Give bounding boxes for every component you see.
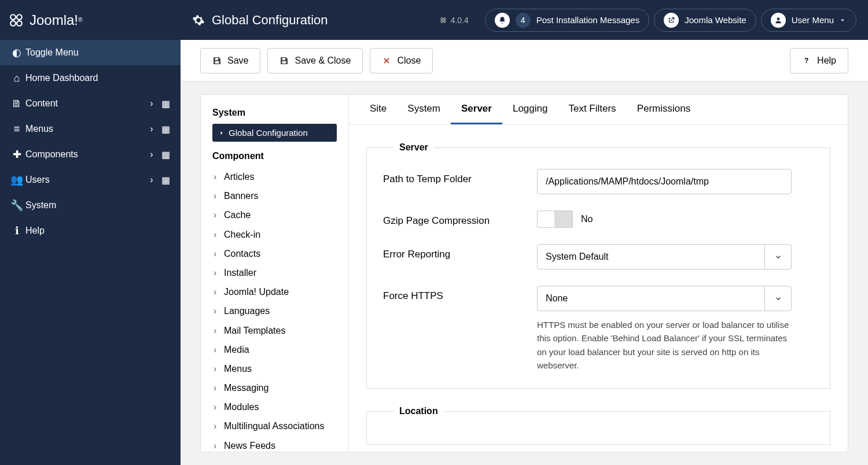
tree-item-messaging[interactable]: ›Messaging — [212, 378, 337, 397]
chevron-right-icon: › — [214, 325, 224, 336]
system-heading: System — [212, 108, 337, 118]
help-button[interactable]: ?Help — [790, 48, 848, 73]
left-tree: System Global Configuration Component ›A… — [201, 95, 349, 452]
toggle-menu[interactable]: ◐ Toggle Menu — [0, 40, 181, 65]
server-fieldset: Server Path to Temp Folder Gzip Page Com… — [366, 142, 830, 389]
tab-logging[interactable]: Logging — [502, 95, 558, 124]
right-pane: SiteSystemServerLoggingText FiltersPermi… — [349, 95, 848, 452]
chevron-right-icon: › — [145, 149, 159, 160]
chevron-right-icon: › — [214, 344, 224, 355]
tab-system[interactable]: System — [397, 95, 451, 124]
save-icon — [212, 56, 222, 65]
tab-text-filters[interactable]: Text Filters — [558, 95, 626, 124]
gzip-toggle[interactable] — [537, 211, 573, 228]
svg-point-1 — [17, 14, 22, 20]
version-badge[interactable]: 4.0.4 — [439, 16, 469, 25]
tab-server[interactable]: Server — [451, 95, 502, 124]
svg-point-7 — [443, 20, 446, 23]
tree-item-label: Modules — [224, 401, 259, 412]
tree-item-banners[interactable]: ›Banners — [212, 186, 337, 205]
chevron-right-icon: › — [214, 248, 224, 259]
page-title: Global Configuration — [212, 13, 328, 28]
user-menu-label: User Menu — [792, 15, 834, 25]
tree-item-menus[interactable]: ›Menus — [212, 359, 337, 378]
toggle-label: Toggle Menu — [25, 47, 172, 58]
toggle-icon: ◐ — [8, 46, 25, 59]
tree-item-articles[interactable]: ›Articles — [212, 167, 337, 186]
component-heading: Component — [212, 151, 337, 161]
tree-item-news-feeds[interactable]: ›News Feeds — [212, 436, 337, 452]
force-https-value: None — [546, 293, 568, 304]
svg-point-6 — [441, 20, 443, 23]
chevron-right-icon: › — [214, 401, 224, 412]
tree-item-cache[interactable]: ›Cache — [212, 205, 337, 224]
svg-point-5 — [443, 17, 446, 20]
form-area: Server Path to Temp Folder Gzip Page Com… — [349, 125, 848, 452]
tree-item-label: Cache — [224, 209, 251, 220]
joomla-icon — [9, 13, 24, 28]
chevron-right-icon: › — [214, 440, 224, 451]
chevron-right-icon: › — [214, 363, 224, 374]
tree-item-modules[interactable]: ›Modules — [212, 397, 337, 416]
chevron-down-icon — [764, 245, 791, 269]
save-close-button[interactable]: Save & Close — [267, 48, 363, 73]
chevron-down-icon — [764, 286, 791, 311]
nav-label: Help — [25, 226, 172, 236]
user-menu[interactable]: User Menu — [761, 9, 856, 32]
tab-site[interactable]: Site — [359, 95, 397, 124]
tree-item-multilingual-associations[interactable]: ›Multilingual Associations — [212, 416, 337, 436]
tree-item-label: Multilingual Associations — [224, 420, 324, 431]
sidebar-item-components[interactable]: ✚Components›▦ — [0, 142, 181, 167]
tab-permissions[interactable]: Permissions — [627, 95, 701, 124]
tree-item-global-config[interactable]: Global Configuration — [212, 124, 337, 142]
tree-item-installer[interactable]: ›Installer — [212, 263, 337, 282]
svg-text:?: ? — [804, 57, 808, 65]
chevron-right-icon: › — [145, 175, 159, 185]
sidebar-item-content[interactable]: 🗎Content›▦ — [0, 91, 181, 116]
tree-item-contacts[interactable]: ›Contacts — [212, 244, 337, 263]
close-button[interactable]: Close — [370, 48, 433, 73]
tree-item-media[interactable]: ›Media — [212, 340, 337, 359]
sidebar-item-help[interactable]: ℹHelp — [0, 218, 181, 243]
question-icon: ? — [802, 56, 811, 65]
error-reporting-select[interactable]: System Default — [537, 244, 792, 270]
tree-item-languages[interactable]: ›Languages — [212, 301, 337, 320]
nav-label: Menus — [25, 124, 145, 134]
tree-item-label: Check-in — [224, 229, 260, 240]
dashboard-icon[interactable]: ▦ — [159, 175, 172, 186]
chevron-right-icon: › — [214, 171, 224, 182]
tree-item-mail-templates[interactable]: ›Mail Templates — [212, 321, 337, 340]
server-legend: Server — [393, 142, 434, 153]
chevron-right-icon: › — [214, 209, 224, 220]
bell-icon — [495, 13, 510, 28]
tree-item-label: Mail Templates — [224, 325, 285, 336]
tree-item-joomla--update[interactable]: ›Joomla! Update — [212, 282, 337, 301]
logo[interactable]: Joomla!® — [0, 0, 181, 40]
nav-icon: 👥 — [8, 174, 25, 186]
sidebar-item-system[interactable]: 🔧System — [0, 193, 181, 218]
tree-item-label: Installer — [224, 267, 256, 278]
chevron-right-icon: › — [214, 286, 224, 297]
location-legend: Location — [393, 406, 444, 416]
post-install-messages[interactable]: 4 Post Installation Messages — [485, 9, 649, 32]
sidebar-item-menus[interactable]: ≡Menus›▦ — [0, 116, 181, 142]
error-reporting-value: System Default — [546, 252, 608, 262]
dashboard-icon[interactable]: ▦ — [159, 98, 172, 109]
tree-item-check-in[interactable]: ›Check-in — [212, 225, 337, 244]
sidebar-item-users[interactable]: 👥Users›▦ — [0, 167, 181, 193]
force-https-label: Force HTTPS — [383, 286, 537, 372]
tmp-folder-input[interactable] — [537, 169, 792, 194]
tree-item-label: News Feeds — [224, 440, 275, 451]
dashboard-icon[interactable]: ▦ — [159, 149, 172, 160]
save-icon — [279, 56, 289, 65]
joomla-website-link[interactable]: Joomla Website — [654, 9, 756, 32]
sidebar-item-home-dashboard[interactable]: ⌂Home Dashboard — [0, 65, 181, 91]
dashboard-icon[interactable]: ▦ — [159, 124, 172, 135]
svg-point-0 — [10, 14, 16, 20]
chevron-right-icon: › — [214, 420, 224, 431]
joomla-small-icon — [439, 16, 447, 24]
force-https-select[interactable]: None — [537, 286, 792, 311]
chevron-right-icon: › — [145, 124, 159, 134]
svg-point-3 — [17, 21, 22, 26]
save-button[interactable]: Save — [200, 48, 260, 73]
